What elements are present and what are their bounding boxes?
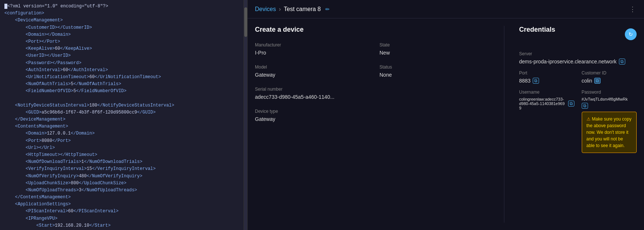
status-field: Status None — [379, 65, 489, 78]
device-info-grid: Manufacturer I-Pro State New Model Gatew… — [255, 42, 489, 122]
manufacturer-field: Manufacturer I-Pro — [255, 42, 365, 56]
breadcrumb-devices-link[interactable]: Devices — [255, 6, 276, 13]
xml-content[interactable]: <?xml version="1.0" encoding="utf-8"?> <… — [0, 0, 244, 230]
password-warning-box: ⚠Make sure you copy the above password n… — [582, 112, 637, 153]
warning-icon: ⚠ — [587, 116, 591, 122]
main-content: Create a device Manufacturer I-Pro State… — [248, 18, 644, 230]
copy-customer-id-icon[interactable]: ⧉ — [594, 78, 601, 84]
credentials-grid: Server dems-proda-iproservice.clearance.… — [519, 51, 637, 153]
port-value: 8883 — [519, 78, 531, 84]
customer-id-value: colin — [582, 78, 592, 84]
server-value-row: dems-proda-iproservice.clearance.network… — [519, 59, 637, 65]
state-field: State New — [379, 42, 489, 56]
status-label: Status — [379, 65, 489, 70]
port-label: Port — [519, 70, 574, 76]
server-value: dems-proda-iproservice.clearance.network — [519, 59, 617, 65]
model-label: Model — [255, 65, 365, 70]
customer-id-field: Customer ID colin ⧉ — [582, 70, 637, 84]
device-type-label: Device type — [255, 109, 365, 114]
serial-value: adecc733-d980-45a5-a460-1140... — [255, 94, 489, 100]
copy-port-icon[interactable]: ⧉ — [533, 78, 539, 84]
manufacturer-value: I-Pro — [255, 50, 365, 56]
breadcrumb-separator: › — [279, 6, 281, 13]
manufacturer-label: Manufacturer — [255, 42, 365, 48]
xml-editor-panel: <?xml version="1.0" encoding="utf-8"?> <… — [0, 0, 248, 230]
port-customerid-row: Port 8883 ⧉ Customer ID colin ⧉ — [519, 70, 637, 84]
server-label: Server — [519, 51, 637, 56]
credentials-section: Credentials ↻ Server dems-proda-iproserv… — [504, 26, 637, 223]
username-label: Username — [519, 90, 574, 95]
password-label: Password — [582, 90, 637, 95]
create-device-title: Create a device — [255, 26, 489, 34]
model-value: Gateway — [255, 72, 365, 78]
refresh-credentials-button[interactable]: ↻ — [625, 28, 637, 40]
model-field: Model Gateway — [255, 65, 365, 78]
username-value-row: colingreenlaw:adecc733-d980-45a5-1140381… — [519, 97, 574, 110]
right-panel: Devices › Test camera 8 ✏ ⋮ Create a dev… — [248, 0, 644, 230]
credentials-title: Credentials — [519, 26, 555, 34]
device-type-field: Device type Gateway — [255, 109, 365, 122]
scrollbar[interactable] — [244, 0, 247, 230]
serial-field: Serial number adecc733-d980-45a5-a460-11… — [255, 87, 489, 100]
customer-id-label: Customer ID — [582, 70, 637, 76]
edit-page-title-icon[interactable]: ✏ — [325, 6, 330, 12]
scrollbar-thumb — [244, 7, 247, 37]
credentials-header: Credentials ↻ — [519, 26, 637, 42]
username-field: Username colingreenlaw:adecc733-d980-45a… — [519, 90, 574, 153]
warning-text: Make sure you copy the above password no… — [587, 116, 631, 148]
copy-password-icon[interactable]: ⧉ — [582, 103, 588, 109]
port-value-row: 8883 ⧉ — [519, 78, 574, 84]
password-value-row: #JvTwqTLdsm4f8gMlwRk — [582, 97, 637, 101]
serial-label: Serial number — [255, 87, 489, 92]
customer-id-value-row: colin ⧉ — [582, 78, 637, 84]
copy-server-icon[interactable]: ⧉ — [619, 59, 625, 65]
more-options-icon[interactable]: ⋮ — [629, 5, 637, 13]
top-bar: Devices › Test camera 8 ✏ ⋮ — [248, 0, 644, 18]
port-field: Port 8883 ⧉ — [519, 70, 574, 84]
create-device-section: Create a device Manufacturer I-Pro State… — [255, 26, 504, 223]
server-field: Server dems-proda-iproservice.clearance.… — [519, 51, 637, 65]
device-type-value: Gateway — [255, 116, 365, 122]
username-password-row: Username colingreenlaw:adecc733-d980-45a… — [519, 90, 637, 153]
refresh-icon: ↻ — [629, 31, 633, 37]
status-value: None — [379, 72, 489, 78]
password-field: Password #JvTwqTLdsm4f8gMlwRk ⧉ ⚠Make su… — [582, 90, 637, 153]
state-label: State — [379, 42, 489, 48]
username-value: colingreenlaw:adecc733-d980-45a5-1140381… — [519, 97, 566, 110]
breadcrumb-current-page: Test camera 8 — [284, 6, 321, 13]
copy-username-icon[interactable]: ⧉ — [568, 101, 574, 107]
breadcrumb: Devices › Test camera 8 ✏ — [255, 6, 330, 13]
state-value: New — [379, 50, 489, 56]
password-value: #JvTwqTLdsm4f8gMlwRk — [582, 97, 628, 101]
